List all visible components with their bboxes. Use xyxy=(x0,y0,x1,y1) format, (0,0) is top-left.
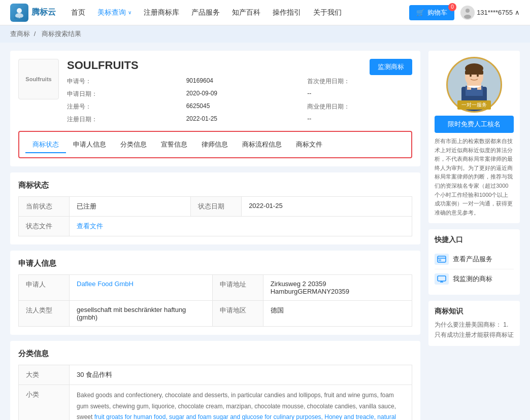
classification-title: 分类信息 xyxy=(18,349,412,359)
svg-rect-18 xyxy=(438,276,446,281)
table-row: 状态文件 查看文件 xyxy=(19,217,412,236)
knowledge-text: 为什么要注册美国商标： 1. 只有成功注册才能获得商标证 xyxy=(435,320,514,339)
applicant-info-table: 申请人 Daflee Food GmbH 申请地址 Zirkusweg 2 20… xyxy=(18,274,412,327)
table-row: 法人类型 gesellschaft mit beschränkter haftu… xyxy=(19,301,412,327)
quick-entry-products-label: 查看产品服务 xyxy=(453,255,492,264)
tab-trademark-status[interactable]: 商标状态 xyxy=(25,137,66,152)
status-file-link[interactable]: 查看文件 xyxy=(77,222,103,230)
trademark-title-area: SOULFRUITS 申请号： 90169604 首次使用日期： 申请日期： 2… xyxy=(67,59,412,125)
user-id: 131****6755 xyxy=(477,9,513,16)
monitor-button[interactable]: 监测商标 xyxy=(370,59,412,75)
classification-section: 分类信息 大类 30 食品作料 小类 Baked goods and confe… xyxy=(10,341,420,420)
tab-trademark-file[interactable]: 商标文件 xyxy=(289,137,329,152)
region-label: 申请地区 xyxy=(212,301,263,327)
svg-point-4 xyxy=(464,15,471,19)
subclass-content: Baked goods and confectionery, chocolate… xyxy=(77,390,405,420)
address-label: 申请地址 xyxy=(212,275,263,301)
header: tipto.com 腾标云 首页 美标查询 ∨ 注册商标库 产品服务 知产百科 … xyxy=(0,0,530,25)
breadcrumb-item-1[interactable]: 查商标 xyxy=(10,30,30,38)
status-date-value: 2022-01-25 xyxy=(242,197,412,217)
tab-classification[interactable]: 分类信息 xyxy=(113,137,154,152)
main-container: Soulfruits SOULFRUITS 申请号： 90169604 首次使用… xyxy=(0,43,530,420)
knowledge-title: 商标知识 xyxy=(435,307,514,316)
logo-icon: tipto.com xyxy=(10,4,28,22)
user-info[interactable]: 131****6755 ∧ xyxy=(460,6,520,20)
status-file-cell: 查看文件 xyxy=(70,217,412,236)
nav-trademark-query[interactable]: 美标查询 ∨ xyxy=(97,8,131,17)
current-status-label: 当前状态 xyxy=(19,197,70,217)
nav-about[interactable]: 关于我们 xyxy=(313,8,342,17)
subclass-label: 小类 xyxy=(19,385,70,421)
content-area: Soulfruits SOULFRUITS 申请号： 90169604 首次使用… xyxy=(10,51,420,420)
nav-trademark-db[interactable]: 注册商标库 xyxy=(144,8,179,17)
svg-text:tipto.com: tipto.com xyxy=(14,16,24,19)
quick-entry-products[interactable]: 查看产品服务 xyxy=(435,250,514,269)
tabs-container: 商标状态 申请人信息 分类信息 宣誓信息 律师信息 商标流程信息 商标文件 xyxy=(18,131,412,158)
table-row: 当前状态 已注册 状态日期 2022-01-25 xyxy=(19,197,412,217)
reg-no-value: 6625045 xyxy=(182,101,297,112)
dropdown-chevron: ∨ xyxy=(128,10,131,15)
apply-no-value: 90169604 xyxy=(182,76,297,87)
logo-text: 腾标云 xyxy=(31,7,56,18)
first-use-value: -- xyxy=(297,89,412,99)
quick-entry-title: 快捷入口 xyxy=(435,235,514,244)
trademark-logo: Soulfruits xyxy=(18,59,59,99)
logo[interactable]: tipto.com 腾标云 xyxy=(10,4,56,22)
knowledge-card: 商标知识 为什么要注册美国商标： 1. 只有成功注册才能获得商标证 xyxy=(428,301,520,345)
avatar xyxy=(460,6,475,20)
product-icon xyxy=(435,254,449,265)
subclass-text: Baked goods and confectionery, chocolate… xyxy=(70,385,412,421)
consultant-card: 一对一服务 限时免费人工核名 所有市面上的检索数据都来自技术上对近似商标近似度的… xyxy=(428,51,520,223)
sidebar: 一对一服务 限时免费人工核名 所有市面上的检索数据都来自技术上对近似商标近似度的… xyxy=(428,51,520,420)
applicant-label: 申请人 xyxy=(19,275,70,301)
address-value: Zirkusweg 2 20359 HamburgGERMANY20359 xyxy=(263,275,412,301)
applicant-info-title: 申请人信息 xyxy=(18,259,412,268)
cart-label: 购物车 xyxy=(427,8,447,17)
commercial-use-label: 商业使用日期： xyxy=(297,101,412,112)
quick-entry-monitor-label: 我监测的商标 xyxy=(453,274,492,284)
tab-oath-info[interactable]: 宣誓信息 xyxy=(154,137,194,152)
applicant-info-section: 申请人信息 申请人 Daflee Food GmbH 申请地址 Zirkuswe… xyxy=(10,251,420,335)
entity-type-value: gesellschaft mit beschränkter haftung (g… xyxy=(70,301,213,327)
region-value: 德国 xyxy=(263,301,412,327)
class-value: 30 食品作料 xyxy=(70,365,412,385)
breadcrumb: 查商标 / 商标搜索结果 xyxy=(0,25,530,43)
status-date-label: 状态日期 xyxy=(191,197,242,217)
trademark-logo-text: Soulfruits xyxy=(25,76,51,82)
trademark-card: Soulfruits SOULFRUITS 申请号： 90169604 首次使用… xyxy=(10,51,420,166)
reg-date-value: 2022-01-25 xyxy=(182,114,297,125)
consultant-description: 所有市面上的检索数据都来自技术上对近似商标近似度的算法分析，不代表商标局常案律师… xyxy=(435,137,514,217)
cart-button[interactable]: 🛒 购物车 0 xyxy=(409,5,454,20)
svg-point-12 xyxy=(477,75,479,77)
tab-lawyer-info[interactable]: 律师信息 xyxy=(194,137,235,152)
reg-date-label: 注册日期： xyxy=(67,114,182,125)
first-use-label: 首次使用日期： xyxy=(297,76,412,87)
trademark-name: SOULFRUITS xyxy=(67,59,412,72)
apply-no-label: 申请号： xyxy=(67,76,182,87)
consultant-service-badge: 一对一服务 xyxy=(457,100,491,110)
nav-wiki[interactable]: 知产百科 xyxy=(232,8,260,17)
svg-rect-14 xyxy=(465,71,483,75)
nav-home[interactable]: 首页 xyxy=(71,8,85,17)
table-row: 大类 30 食品作料 xyxy=(19,365,412,385)
trademark-meta: 申请号： 90169604 首次使用日期： 申请日期： 2020-09-09 -… xyxy=(67,76,412,125)
svg-point-3 xyxy=(466,9,470,13)
nav-products[interactable]: 产品服务 xyxy=(191,8,220,17)
consultant-button[interactable]: 限时免费人工核名 xyxy=(435,116,514,133)
classification-table: 大类 30 食品作料 小类 Baked goods and confection… xyxy=(18,365,412,420)
trademark-status-section: 商标状态 当前状态 已注册 状态日期 2022-01-25 状态文件 查看文件 xyxy=(10,172,420,244)
table-row: 小类 Baked goods and confectionery, chocol… xyxy=(19,385,412,421)
quick-entry-monitor[interactable]: 我监测的商标 xyxy=(435,269,514,289)
current-status-value: 已注册 xyxy=(70,197,191,217)
tab-applicant-info[interactable]: 申请人信息 xyxy=(66,137,113,152)
main-nav: 首页 美标查询 ∨ 注册商标库 产品服务 知产百科 操作指引 关于我们 xyxy=(71,8,409,17)
reg-no-label: 注册号： xyxy=(67,101,182,112)
svg-rect-17 xyxy=(439,259,441,261)
cart-icon: 🛒 xyxy=(416,9,424,16)
nav-guide[interactable]: 操作指引 xyxy=(273,8,301,17)
user-chevron: ∧ xyxy=(515,9,520,16)
breadcrumb-separator: / xyxy=(34,30,36,38)
tab-process-info[interactable]: 商标流程信息 xyxy=(235,137,289,152)
tabs: 商标状态 申请人信息 分类信息 宣誓信息 律师信息 商标流程信息 商标文件 xyxy=(25,137,405,152)
class-label: 大类 xyxy=(19,365,70,385)
